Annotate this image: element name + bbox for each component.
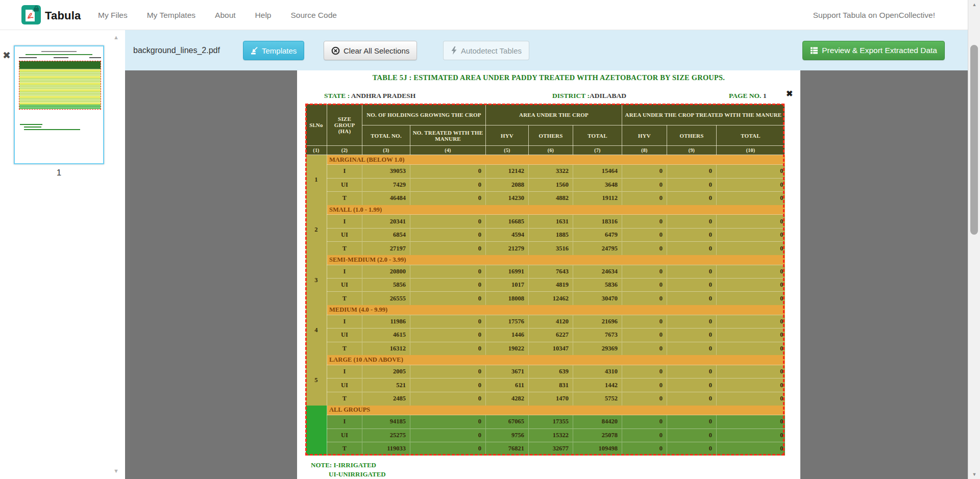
navbar: Tabula My Files My Templates About Help … — [0, 0, 980, 30]
thumbnail-mini-table — [19, 61, 101, 110]
support-link[interactable]: Support Tabula on OpenCollective! — [813, 0, 935, 30]
window-scrollbar[interactable]: ▲ ▼ — [968, 0, 980, 479]
remove-page-icon[interactable]: ✖ — [3, 51, 11, 60]
note-line-1: NOTE: I-IRRIGATED — [311, 461, 386, 469]
flash-icon — [451, 46, 457, 55]
clear-all-selections-label: Clear All Selections — [344, 46, 409, 55]
pdf-table-title: TABLE 5J : ESTIMATED AREA UNDER PADDY TR… — [297, 73, 800, 82]
state-value: ANDHRA PRADESH — [351, 92, 415, 99]
autodetect-tables-label: Autodetect Tables — [461, 46, 522, 55]
tabula-pdf-lock-icon — [21, 5, 41, 27]
selection-close-icon[interactable]: ✖ — [786, 90, 793, 98]
nav-item-source-code[interactable]: Source Code — [290, 11, 336, 20]
note-line-2: UI-UNIRRIGATED — [329, 470, 386, 478]
pageno-value: 1 — [763, 92, 767, 99]
thumbnail-title-line — [41, 51, 77, 52]
district-label: DISTRICT : — [552, 92, 590, 99]
pdf-page[interactable]: TABLE 5J : ESTIMATED AREA UNDER PADDY TR… — [297, 70, 800, 479]
nav-item-my-files[interactable]: My Files — [98, 11, 128, 20]
pdf-pageno-line: PAGE NO. 1 — [729, 92, 767, 100]
nav-item-about[interactable]: About — [215, 11, 236, 20]
nav-item-my-templates[interactable]: My Templates — [147, 11, 195, 20]
thumbnail-page-number: 1 — [14, 168, 104, 178]
sidebar-scroll-up-icon[interactable]: ▲ — [113, 34, 119, 40]
preview-export-label: Preview & Export Extracted Data — [822, 46, 937, 55]
file-title: background_lines_2.pdf — [133, 30, 220, 70]
import-icon — [251, 47, 258, 55]
scrollbar-thumb[interactable] — [970, 45, 978, 235]
toolbar: background_lines_2.pdf Templates Clear A… — [125, 30, 968, 70]
district-value: ADILABAD — [590, 92, 626, 99]
scrollbar-up-icon[interactable]: ▲ — [968, 2, 980, 7]
templates-button[interactable]: Templates — [243, 41, 304, 60]
thumbnail-subtitle-line — [26, 54, 92, 55]
pageno-label: PAGE NO. — [729, 92, 762, 99]
pdf-district-line: DISTRICT :ADILABAD — [552, 92, 626, 100]
templates-label: Templates — [262, 46, 297, 55]
thumbnail-meta-line — [19, 57, 101, 58]
preview-export-button[interactable]: Preview & Export Extracted Data — [802, 41, 945, 60]
autodetect-tables-button[interactable]: Autodetect Tables — [443, 41, 529, 60]
pdf-notes: NOTE: I-IRRIGATED UI-UNIRRIGATED — [311, 461, 386, 478]
pdf-state-line: STATE : ANDHRA PRADESH — [324, 92, 415, 100]
brand-title: Tabula — [45, 9, 81, 22]
table-list-icon — [810, 46, 818, 55]
pdf-viewer-area: TABLE 5J : ESTIMATED AREA UNDER PADDY TR… — [125, 70, 968, 479]
brand-link[interactable]: Tabula — [21, 5, 81, 27]
clear-all-selections-button[interactable]: Clear All Selections — [324, 41, 417, 60]
thumbnail-note-lines — [20, 124, 80, 132]
sidebar-scroll-down-icon[interactable]: ▼ — [113, 468, 119, 474]
table-selection-box[interactable] — [305, 104, 785, 456]
scrollbar-down-icon[interactable]: ▼ — [968, 472, 980, 477]
state-label: STATE : — [324, 92, 350, 99]
page-thumbnail[interactable] — [14, 45, 104, 164]
nav-item-help[interactable]: Help — [255, 11, 272, 20]
remove-circle-icon — [331, 46, 340, 55]
nav-links: My Files My Templates About Help Source … — [98, 0, 337, 30]
page-thumbnails-sidebar: ✖ 1 ▲ ▼ — [0, 30, 125, 479]
